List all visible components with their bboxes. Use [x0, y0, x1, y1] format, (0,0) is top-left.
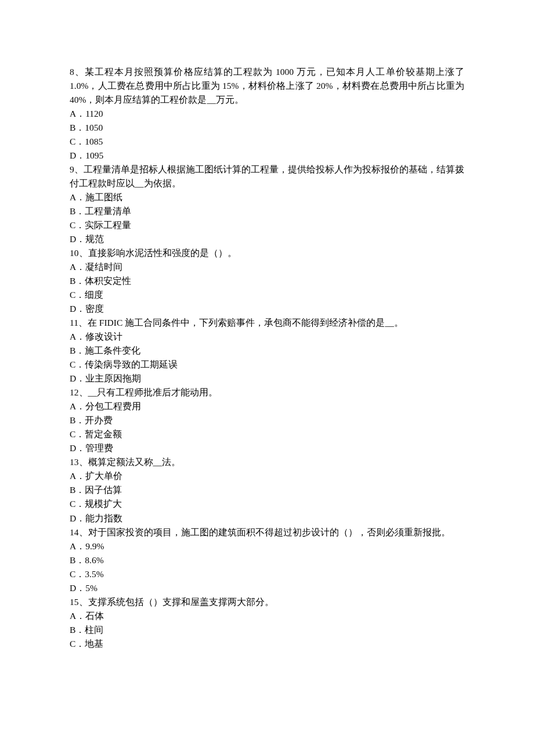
question-option: A．9.9% [70, 539, 464, 553]
question-13: 13、概算定额法又称__法。 A．扩大单价 B．因子估算 C．规模扩大 D．能力… [70, 455, 464, 525]
question-option: C．暂定金额 [70, 427, 464, 441]
question-stem: 12、__只有工程师批准后才能动用。 [70, 386, 464, 399]
question-option: B．工程量清单 [70, 204, 464, 218]
question-10: 10、直接影响水泥活性和强度的是（）。 A．凝结时间 B．体积安定性 C．细度 … [70, 246, 464, 316]
question-option: B．柱间 [70, 623, 464, 637]
question-14: 14、对于国家投资的项目，施工图的建筑面积不得超过初步设计的（），否则必须重新报… [70, 525, 464, 595]
question-stem: 8、某工程本月按照预算价格应结算的工程款为 1000 万元，已知本月人工单价较基… [70, 65, 464, 107]
question-stem: 10、直接影响水泥活性和强度的是（）。 [70, 246, 464, 260]
question-option: C．实际工程量 [70, 218, 464, 232]
question-stem: 13、概算定额法又称__法。 [70, 455, 464, 469]
question-15: 15、支撑系统包括（）支撑和屋盖支撑两大部分。 A．石体 B．柱间 C．地基 [70, 595, 464, 651]
question-option: C．规模扩大 [70, 497, 464, 511]
question-option: B．体积安定性 [70, 274, 464, 288]
question-option: B．开办费 [70, 413, 464, 427]
question-11: 11、在 FIDIC 施工合同条件中，下列索赔事件，承包商不能得到经济补偿的是_… [70, 316, 464, 386]
question-option: A．凝结时间 [70, 260, 464, 274]
question-option: B．8.6% [70, 553, 464, 567]
question-stem: 14、对于国家投资的项目，施工图的建筑面积不得超过初步设计的（），否则必须重新报… [70, 525, 464, 539]
question-option: B．1050 [70, 121, 464, 135]
question-option: A．扩大单价 [70, 469, 464, 483]
question-stem: 11、在 FIDIC 施工合同条件中，下列索赔事件，承包商不能得到经济补偿的是_… [70, 316, 464, 330]
question-option: B．施工条件变化 [70, 344, 464, 358]
question-option: D．密度 [70, 302, 464, 316]
question-stem: 15、支撑系统包括（）支撑和屋盖支撑两大部分。 [70, 595, 464, 609]
question-9: 9、工程量清单是招标人根据施工图纸计算的工程量，提供给投标人作为投标报价的基础，… [70, 163, 464, 246]
question-option: C．1085 [70, 135, 464, 149]
question-option: B．因子估算 [70, 483, 464, 497]
question-option: D．规范 [70, 232, 464, 246]
question-8: 8、某工程本月按照预算价格应结算的工程款为 1000 万元，已知本月人工单价较基… [70, 65, 464, 163]
question-option: D．能力指数 [70, 512, 464, 525]
question-option: C．3.5% [70, 567, 464, 581]
question-option: D．5% [70, 581, 464, 595]
question-option: D．管理费 [70, 441, 464, 455]
document-page: 8、某工程本月按照预算价格应结算的工程款为 1000 万元，已知本月人工单价较基… [0, 0, 534, 756]
question-option: A．施工图纸 [70, 190, 464, 204]
question-option: C．传染病导致的工期延误 [70, 358, 464, 372]
question-option: A．石体 [70, 609, 464, 623]
question-option: A．1120 [70, 107, 464, 121]
question-option: D．1095 [70, 149, 464, 163]
question-option: C．地基 [70, 637, 464, 651]
question-option: A．分包工程费用 [70, 399, 464, 413]
question-option: C．细度 [70, 288, 464, 302]
question-option: D．业主原因拖期 [70, 372, 464, 386]
question-option: A．修改设计 [70, 330, 464, 344]
question-stem: 9、工程量清单是招标人根据施工图纸计算的工程量，提供给投标人作为投标报价的基础，… [70, 163, 464, 190]
question-12: 12、__只有工程师批准后才能动用。 A．分包工程费用 B．开办费 C．暂定金额… [70, 386, 464, 455]
